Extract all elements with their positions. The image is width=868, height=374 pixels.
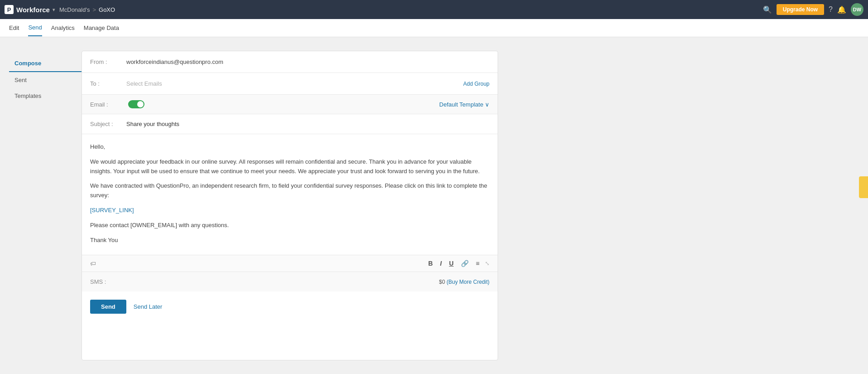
underline-button[interactable]: U [447,259,456,268]
breadcrumb: McDonald's > GoXO [59,6,115,13]
email-contact: Please contact [OWNER_EMAIL] with any qu… [90,221,489,230]
email-label: Email : [90,101,126,108]
logo-dropdown-icon[interactable]: ▾ [53,7,55,12]
nav-edit[interactable]: Edit [9,20,19,36]
upgrade-button[interactable]: Upgrade Now [777,4,824,15]
sms-credit: $0 (Buy More Credit) [439,279,489,285]
send-later-button[interactable]: Send Later [134,303,163,310]
p-icon: P [5,5,14,14]
to-email-input[interactable] [126,80,463,87]
page-content: Compose Sent Templates From : workforcei… [0,37,868,374]
top-nav-right: 🔍 Upgrade Now ? 🔔 DW [763,3,863,16]
email-thankyou: Thank You [90,236,489,245]
survey-link: [SURVEY_LINK] [90,207,134,214]
email-toggle[interactable] [128,100,144,108]
avatar[interactable]: DW [851,3,863,16]
help-icon[interactable]: ? [829,5,833,14]
nav-send[interactable]: Send [28,19,42,36]
top-nav: P Workforce ▾ McDonald's > GoXO 🔍 Upgrad… [0,0,868,19]
right-float-tab[interactable] [859,176,868,198]
nav-manage-data[interactable]: Manage Data [84,20,119,36]
default-template-label: Default Template [439,101,483,108]
toggle-thumb [137,101,144,107]
action-row: Send Send Later [82,291,498,322]
nav-analytics[interactable]: Analytics [51,20,75,36]
to-label: To : [90,80,126,87]
send-button[interactable]: Send [90,300,126,314]
from-row: From : workforceindianus@questionpro.com [82,51,498,73]
resize-handle-icon: ⤡ [485,260,489,267]
search-icon[interactable]: 🔍 [763,5,772,14]
logo-text: Workforce [16,6,50,14]
logo[interactable]: P Workforce ▾ [5,5,55,14]
default-template-button[interactable]: Default Template ∨ [439,101,489,108]
buy-credit-link[interactable]: (Buy More Credit) [446,279,489,285]
sidebar-item-sent[interactable]: Sent [9,72,82,88]
email-greeting: Hello, [90,142,489,152]
compose-area: From : workforceindianus@questionpro.com… [82,51,498,360]
to-row: To : Add Group [82,73,498,95]
sms-label: SMS : [90,278,106,285]
italic-button[interactable]: I [438,259,444,268]
link-button[interactable]: 🔗 [459,259,470,268]
chevron-down-icon: ∨ [485,101,489,108]
breadcrumb-goxo: GoXO [99,6,115,13]
subject-label: Subject : [90,121,126,127]
sidebar: Compose Sent Templates [9,51,82,360]
second-nav: Edit Send Analytics Manage Data [0,19,868,37]
align-button[interactable]: ≡ [474,259,481,268]
email-contracted: We have contracted with QuestionPro, an … [90,181,489,200]
email-toggle-row: Email : Default Template ∨ [82,95,498,114]
sms-row: SMS : $0 (Buy More Credit) [82,272,498,291]
from-value: workforceindianus@questionpro.com [126,58,223,65]
format-tools: B I U 🔗 ≡ ⤡ [427,259,489,268]
email-intro: We would appreciate your feedback in our… [90,157,489,176]
from-label: From : [90,58,126,65]
subject-row: Subject : Share your thoughts [82,114,498,134]
sidebar-item-compose[interactable]: Compose [9,55,82,72]
email-body[interactable]: Hello, We would appreciate your feedback… [82,134,498,255]
notification-icon[interactable]: 🔔 [837,5,846,14]
sidebar-item-templates[interactable]: Templates [9,88,82,104]
add-group-button[interactable]: Add Group [463,81,489,87]
breadcrumb-arrow-icon: > [92,6,96,13]
sms-credit-amount: $0 [439,279,445,285]
subject-value: Share your thoughts [126,121,179,127]
bold-button[interactable]: B [427,259,435,268]
tag-icon[interactable]: 🏷 [90,260,96,267]
toolbar-row: 🏷 B I U 🔗 ≡ ⤡ [82,255,498,272]
breadcrumb-mcdonalds[interactable]: McDonald's [59,6,90,13]
